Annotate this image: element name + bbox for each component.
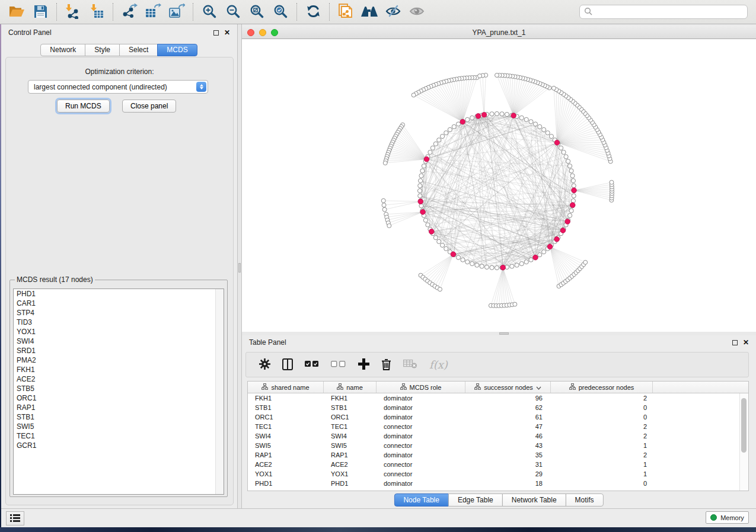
table-row[interactable]: TEC1TEC1connector472 <box>248 422 748 431</box>
close-window-icon[interactable] <box>247 29 254 36</box>
splitter-grip[interactable] <box>499 332 509 335</box>
zoom-in-icon <box>202 4 217 20</box>
table-cell: YOX1 <box>248 470 324 477</box>
select-all-button[interactable] <box>305 361 319 368</box>
table-row[interactable]: STB1STB1dominator620 <box>248 403 748 412</box>
import-network-button[interactable] <box>61 2 85 22</box>
tab-node-table[interactable]: Node Table <box>394 493 449 507</box>
refresh-button[interactable] <box>301 2 325 22</box>
mcds-result-item: FKH1 <box>14 365 224 374</box>
close-panel-icon[interactable]: ✕ <box>743 340 749 345</box>
close-panel-icon[interactable]: ✕ <box>224 30 230 36</box>
first-neighbors-button[interactable] <box>358 2 381 22</box>
tab-network[interactable]: Network <box>40 44 85 56</box>
network-canvas[interactable] <box>242 39 756 332</box>
add-column-button[interactable] <box>358 358 369 371</box>
search-field[interactable] <box>579 5 748 19</box>
export-network-button[interactable] <box>117 2 141 22</box>
optimization-criterion-select[interactable]: largest connected component (undirected) <box>28 80 208 94</box>
desktop-wallpaper-bottom <box>0 527 756 532</box>
table-cell: 62 <box>465 404 551 411</box>
minimize-window-icon[interactable] <box>259 29 266 36</box>
table-scrollbar-thumb[interactable] <box>741 398 747 453</box>
mcds-result-item: PHD1 <box>14 289 224 299</box>
tab-edge-table[interactable]: Edge Table <box>448 493 503 507</box>
trash-icon <box>381 358 391 371</box>
sort-descending-icon <box>536 384 541 391</box>
save-session-button[interactable] <box>28 2 52 22</box>
search-input[interactable] <box>592 8 743 16</box>
delete-column-button[interactable] <box>381 358 391 371</box>
table-row[interactable]: YOX1YOX1connector291 <box>248 469 748 479</box>
float-panel-icon[interactable] <box>213 30 219 36</box>
table-row[interactable]: FKH1FKH1dominator962 <box>248 393 748 403</box>
memory-button[interactable]: Memory <box>706 511 749 524</box>
zoom-out-icon <box>226 4 241 20</box>
mcds-list-scrollbar[interactable] <box>215 289 224 494</box>
zoom-fit-icon <box>250 4 264 20</box>
column-header-successor-nodes[interactable]: successor nodes <box>465 382 551 393</box>
table-row[interactable]: ACE2ACE2connector311 <box>248 460 748 469</box>
zoom-selected-button[interactable] <box>269 2 292 22</box>
task-history-button[interactable] <box>6 511 24 525</box>
vertical-splitter[interactable] <box>237 24 242 508</box>
maximize-window-icon[interactable] <box>271 29 278 36</box>
open-folder-icon <box>9 5 25 19</box>
table-row[interactable]: RAP1RAP1dominator352 <box>248 450 748 460</box>
table-cell: SWI4 <box>324 432 377 440</box>
table-cell: connector <box>377 442 465 449</box>
tab-mcds[interactable]: MCDS <box>157 44 197 56</box>
open-file-button[interactable] <box>5 2 28 22</box>
mcds-result-item: PMA2 <box>14 355 224 365</box>
table-cell: 0 <box>551 404 653 411</box>
hierarchy-icon <box>400 383 407 391</box>
zoom-in-button[interactable] <box>197 2 221 22</box>
table-settings-button[interactable] <box>259 358 270 371</box>
network-graph[interactable] <box>242 39 756 332</box>
table-cell: PHD1 <box>324 480 377 487</box>
run-mcds-button[interactable]: Run MCDS <box>57 100 110 113</box>
table-cell: YOX1 <box>324 470 377 477</box>
clone-network-icon <box>338 3 353 21</box>
mcds-result-list[interactable]: PHD1CAR1STP4TID3YOX1SWI4SRD1PMA2FKH1ACE2… <box>13 289 224 495</box>
zoom-selected-icon <box>273 4 288 20</box>
zoom-out-button[interactable] <box>221 2 245 22</box>
column-header-name[interactable]: name <box>324 382 377 393</box>
hide-selected-button[interactable] <box>381 2 405 22</box>
table-cell: dominator <box>377 432 465 440</box>
optimization-criterion-label: Optimization criterion: <box>6 68 233 76</box>
toolbar-separator <box>296 3 297 21</box>
column-header-predecessor-nodes[interactable]: predecessor nodes <box>551 382 653 393</box>
table-cell: 2 <box>551 395 653 402</box>
tab-style[interactable]: Style <box>85 44 120 56</box>
float-panel-icon[interactable] <box>732 340 738 345</box>
control-panel-titlebar: Control Panel ✕ <box>1 24 237 41</box>
export-image-button[interactable] <box>165 2 189 22</box>
tab-select[interactable]: Select <box>119 44 158 56</box>
table-scrollbar[interactable] <box>739 393 748 491</box>
table-row[interactable]: SWI5SWI5connector431 <box>248 441 748 450</box>
table-row[interactable]: PHD1PHD1dominator180 <box>248 479 748 488</box>
table-cell: STB1 <box>324 404 377 411</box>
eye-slash-icon <box>385 4 401 20</box>
zoom-fit-button[interactable] <box>245 2 269 22</box>
clone-network-button[interactable] <box>334 2 358 22</box>
show-all-button[interactable] <box>405 2 429 22</box>
deselect-all-button[interactable] <box>331 361 346 368</box>
network-view-titlebar[interactable]: YPA_prune.txt_1 <box>242 26 756 39</box>
close-panel-button[interactable]: Close panel <box>122 100 176 113</box>
tab-network-table[interactable]: Network Table <box>502 493 566 507</box>
column-header-shared-name[interactable]: shared name <box>248 382 324 393</box>
splitter-grip[interactable] <box>238 263 241 273</box>
column-header-mcds-role[interactable]: MCDS role <box>377 382 465 393</box>
table-row[interactable]: ORC1ORC1dominator610 <box>248 412 748 422</box>
tab-motifs[interactable]: Motifs <box>566 493 604 507</box>
show-columns-button[interactable] <box>282 358 293 371</box>
toolbar-separator <box>329 3 330 21</box>
export-table-button[interactable] <box>141 2 165 22</box>
export-table-icon <box>145 4 161 20</box>
table-tabs: Node Table Edge Table Network Table Moti… <box>394 493 603 507</box>
table-row[interactable]: SWI4SWI4dominator462 <box>248 431 748 441</box>
table-cell: RAP1 <box>324 451 377 459</box>
import-table-button[interactable] <box>85 2 109 22</box>
